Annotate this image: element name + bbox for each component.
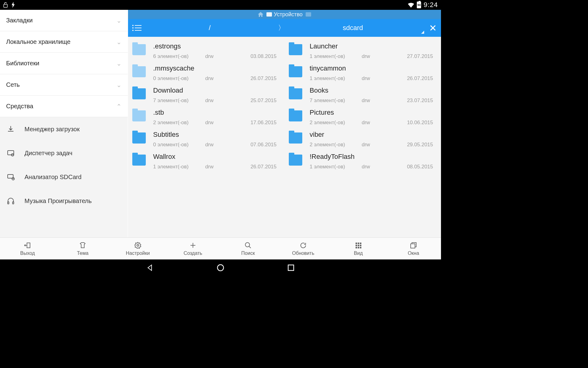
folder-item[interactable]: .stb2 элемент(-ов)drw17.06.2015 <box>131 106 285 128</box>
nav-recent[interactable] <box>286 263 296 272</box>
svg-rect-15 <box>356 245 357 246</box>
nav-home[interactable] <box>216 263 225 272</box>
toolbar-exit[interactable]: Выход <box>0 238 55 259</box>
toolbar-label: Окна <box>408 251 419 256</box>
file-perm: drw <box>362 53 395 59</box>
sdcard-icon <box>6 172 15 182</box>
file-meta: 7 элемент(-ов)drw25.07.2015 <box>153 98 277 104</box>
sidebar-section-label: Библиотеки <box>6 60 39 67</box>
sidebar-section-libraries[interactable]: Библиотеки ⌄ <box>0 53 128 74</box>
gear-icon <box>134 241 141 249</box>
file-meta: 2 элемент(-ов)drw10.06.2015 <box>310 120 433 126</box>
file-name: Launcher <box>310 42 433 50</box>
sidebar-tool-task-manager[interactable]: Диспетчер задач <box>0 141 128 165</box>
sidebar-section-network[interactable]: Сеть ⌄ <box>0 74 128 96</box>
toolbar-label: Поиск <box>241 251 255 256</box>
folder-item[interactable]: Books7 элемент(-ов)drw23.07.2015 <box>288 84 441 106</box>
folder-item[interactable]: tinycammon1 элемент(-ов)drw26.07.2015 <box>288 62 441 84</box>
toolbar-windows[interactable]: Окна <box>386 238 441 259</box>
path-current[interactable]: sdcard <box>288 24 418 32</box>
list-icon[interactable] <box>132 25 141 31</box>
file-perm: drw <box>205 75 239 82</box>
toolbar-refresh[interactable]: Обновить <box>276 238 331 259</box>
file-date: 26.07.2015 <box>407 75 433 82</box>
toolbar-label: Обновить <box>292 251 314 256</box>
folder-icon <box>132 66 146 77</box>
sidebar-section-local[interactable]: Локальное хранилище ⌄ <box>0 31 128 53</box>
file-meta: 1 элемент(-ов)drw26.07.2015 <box>153 164 277 170</box>
grid-icon <box>355 241 362 249</box>
svg-rect-21 <box>411 244 415 248</box>
sidebar-tool-music-player[interactable]: Музыка Проигрыватель <box>0 189 128 213</box>
chevron-down-icon: ⌄ <box>116 17 122 24</box>
tab-home[interactable] <box>258 12 263 17</box>
sidebar-section-label: Средства <box>6 103 33 110</box>
chevron-up-icon: ⌃ <box>116 103 122 110</box>
sidebar-tool-label: Менеджер загрузок <box>24 126 80 133</box>
folder-icon <box>132 110 146 121</box>
close-icon[interactable]: ✕ <box>429 23 437 33</box>
sidebar-section-bookmarks[interactable]: Закладки ⌄ <box>0 10 128 31</box>
svg-rect-23 <box>288 265 294 270</box>
folder-item[interactable]: Subtitles0 элемент(-ов)drw07.06.2015 <box>131 128 285 150</box>
svg-rect-13 <box>358 243 359 244</box>
toolbar-theme[interactable]: Тема <box>55 238 110 259</box>
svg-rect-18 <box>356 247 357 248</box>
file-date: 26.07.2015 <box>251 164 277 170</box>
sidebar-tool-sdcard-analyzer[interactable]: Анализатор SDCard <box>0 165 128 189</box>
folder-icon <box>289 66 302 77</box>
toolbar-label: Вид <box>354 251 363 256</box>
file-name: Subtitles <box>153 131 277 139</box>
file-name: Wallrox <box>153 153 277 161</box>
chevron-down-icon: ⌄ <box>116 81 122 89</box>
file-name: Download <box>153 86 277 94</box>
svg-point-10 <box>137 244 139 246</box>
sidebar-section-label: Локальное хранилище <box>6 38 70 45</box>
file-perm: drw <box>205 164 239 170</box>
path-bar: / 〉 sdcard ✕ <box>128 19 441 37</box>
toolbar-label: Тема <box>77 251 89 256</box>
file-name: Pictures <box>310 109 433 117</box>
folder-item[interactable]: .mmsyscache0 элемент(-ов)drw26.07.2015 <box>131 62 285 84</box>
folder-item[interactable]: Wallrox1 элемент(-ов)drw26.07.2015 <box>131 150 285 172</box>
tab-device[interactable]: Устройство <box>266 11 303 18</box>
file-perm: drw <box>362 142 395 148</box>
file-date: 07.06.2015 <box>251 142 277 148</box>
search-icon <box>244 241 252 249</box>
folder-icon <box>132 132 146 144</box>
file-count: 1 элемент(-ов) <box>310 75 362 82</box>
tab-strip: Устройство <box>128 10 441 19</box>
file-count: 6 элемент(-ов) <box>153 53 205 59</box>
sidebar-tool-download-manager[interactable]: Менеджер загрузок <box>0 117 128 141</box>
bottom-toolbar: Выход Тема Настройки Создать Поиск Обнов… <box>0 237 441 259</box>
toolbar-settings[interactable]: Настройки <box>110 238 165 259</box>
toolbar-new[interactable]: Создать <box>165 238 221 259</box>
file-name: Books <box>310 86 433 94</box>
folder-item[interactable]: !ReadyToFlash1 элемент(-ов)drw08.05.2015 <box>288 150 441 172</box>
folder-item[interactable]: Pictures2 элемент(-ов)drw10.06.2015 <box>288 106 441 128</box>
folder-item[interactable]: Launcher1 элемент(-ов)drw27.07.2015 <box>288 40 441 62</box>
folder-icon <box>289 88 302 99</box>
folder-item[interactable]: Download7 элемент(-ов)drw25.07.2015 <box>131 84 285 106</box>
tab-extra[interactable] <box>306 12 311 17</box>
file-date: 25.07.2015 <box>251 98 277 104</box>
file-count: 1 элемент(-ов) <box>153 164 205 170</box>
folder-item[interactable]: .estrongs6 элемент(-ов)drw03.08.2015 <box>131 40 285 62</box>
file-meta: 1 элемент(-ов)drw27.07.2015 <box>310 53 433 59</box>
path-root[interactable]: / <box>145 24 275 32</box>
plus-icon <box>189 241 197 249</box>
dropdown-indicator-icon[interactable] <box>421 31 424 34</box>
sidebar-section-tools[interactable]: Средства ⌃ <box>0 96 128 117</box>
svg-rect-19 <box>358 247 359 248</box>
svg-point-11 <box>245 243 250 247</box>
nav-back[interactable] <box>145 263 155 272</box>
bolt-icon <box>11 2 15 8</box>
toolbar-search[interactable]: Поиск <box>221 238 276 259</box>
sidebar-section-label: Закладки <box>6 17 33 24</box>
file-date: 17.06.2015 <box>251 120 277 126</box>
toolbar-label: Настройки <box>126 251 150 256</box>
path-separator: 〉 <box>278 23 285 33</box>
folder-item[interactable]: viber2 элемент(-ов)drw29.05.2015 <box>288 128 441 150</box>
sidebar: Закладки ⌄ Локальное хранилище ⌄ Библиот… <box>0 10 128 237</box>
toolbar-view[interactable]: Вид <box>331 238 386 259</box>
